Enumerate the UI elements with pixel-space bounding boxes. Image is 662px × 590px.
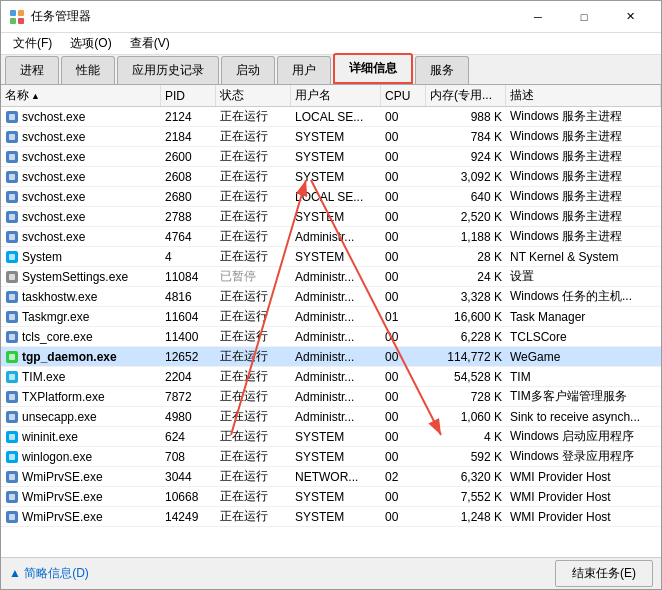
cell-cpu: 00 bbox=[381, 447, 426, 466]
cell-desc: TIM bbox=[506, 367, 661, 386]
cell-desc: WMI Provider Host bbox=[506, 487, 661, 506]
table-row[interactable]: tcls_core.exe 11400 正在运行 Administr... 00… bbox=[1, 327, 661, 347]
col-name[interactable]: 名称 ▲ bbox=[1, 85, 161, 106]
cell-name: WmiPrvSE.exe bbox=[1, 507, 161, 526]
cell-memory: 728 K bbox=[426, 387, 506, 406]
cell-cpu: 00 bbox=[381, 107, 426, 126]
table-row[interactable]: svchost.exe 2124 正在运行 LOCAL SE... 00 988… bbox=[1, 107, 661, 127]
col-status[interactable]: 状态 bbox=[216, 85, 291, 106]
cell-pid: 2680 bbox=[161, 187, 216, 206]
tab-users[interactable]: 用户 bbox=[277, 56, 331, 84]
svg-rect-29 bbox=[9, 354, 15, 360]
cell-user: NETWOR... bbox=[291, 467, 381, 486]
proc-icon bbox=[5, 110, 19, 124]
minimize-button[interactable]: ─ bbox=[515, 1, 561, 33]
table-row[interactable]: taskhostw.exe 4816 正在运行 Administr... 00 … bbox=[1, 287, 661, 307]
proc-icon bbox=[5, 190, 19, 204]
cell-desc: Windows 服务主进程 bbox=[506, 207, 661, 226]
maximize-button[interactable]: □ bbox=[561, 1, 607, 33]
svg-rect-0 bbox=[10, 10, 16, 16]
tab-startup[interactable]: 启动 bbox=[221, 56, 275, 84]
table-row[interactable]: svchost.exe 2600 正在运行 SYSTEM 00 924 K Wi… bbox=[1, 147, 661, 167]
tab-performance[interactable]: 性能 bbox=[61, 56, 115, 84]
cell-cpu: 00 bbox=[381, 207, 426, 226]
cell-cpu: 00 bbox=[381, 187, 426, 206]
tab-processes[interactable]: 进程 bbox=[5, 56, 59, 84]
table-row[interactable]: SystemSettings.exe 11084 已暂停 Administr..… bbox=[1, 267, 661, 287]
cell-user: Administr... bbox=[291, 267, 381, 286]
cell-name: taskhostw.exe bbox=[1, 287, 161, 306]
col-memory[interactable]: 内存(专用... bbox=[426, 85, 506, 106]
cell-cpu: 00 bbox=[381, 427, 426, 446]
svg-rect-19 bbox=[9, 254, 15, 260]
table-row[interactable]: tgp_daemon.exe 12652 正在运行 Administr... 0… bbox=[1, 347, 661, 367]
table-row[interactable]: Taskmgr.exe 11604 正在运行 Administr... 01 1… bbox=[1, 307, 661, 327]
tab-app-history[interactable]: 应用历史记录 bbox=[117, 56, 219, 84]
table-row[interactable]: svchost.exe 2788 正在运行 SYSTEM 00 2,520 K … bbox=[1, 207, 661, 227]
cell-name: System bbox=[1, 247, 161, 266]
table-row[interactable]: System 4 正在运行 SYSTEM 00 28 K NT Kernel &… bbox=[1, 247, 661, 267]
cell-memory: 114,772 K bbox=[426, 347, 506, 366]
cell-name: WmiPrvSE.exe bbox=[1, 487, 161, 506]
cell-memory: 924 K bbox=[426, 147, 506, 166]
col-desc[interactable]: 描述 bbox=[506, 85, 661, 106]
cell-name: svchost.exe bbox=[1, 127, 161, 146]
col-user[interactable]: 用户名 bbox=[291, 85, 381, 106]
tab-services[interactable]: 服务 bbox=[415, 56, 469, 84]
table-row[interactable]: svchost.exe 2680 正在运行 LOCAL SE... 00 640… bbox=[1, 187, 661, 207]
table-row[interactable]: wininit.exe 624 正在运行 SYSTEM 00 4 K Windo… bbox=[1, 427, 661, 447]
cell-name: TIM.exe bbox=[1, 367, 161, 386]
cell-name: unsecapp.exe bbox=[1, 407, 161, 426]
summary-link[interactable]: ▲ 简略信息(D) bbox=[9, 565, 89, 582]
cell-cpu: 00 bbox=[381, 147, 426, 166]
table-row[interactable]: winlogon.exe 708 正在运行 SYSTEM 00 592 K Wi… bbox=[1, 447, 661, 467]
cell-cpu: 00 bbox=[381, 367, 426, 386]
menu-file[interactable]: 文件(F) bbox=[5, 33, 60, 54]
proc-icon bbox=[5, 430, 19, 444]
svg-rect-1 bbox=[18, 10, 24, 16]
table-row[interactable]: svchost.exe 4764 正在运行 Administr... 00 1,… bbox=[1, 227, 661, 247]
cell-desc: TCLSCore bbox=[506, 327, 661, 346]
cell-cpu: 01 bbox=[381, 307, 426, 326]
cell-memory: 3,328 K bbox=[426, 287, 506, 306]
table-row[interactable]: svchost.exe 2184 正在运行 SYSTEM 00 784 K Wi… bbox=[1, 127, 661, 147]
table-row[interactable]: TXPlatform.exe 7872 正在运行 Administr... 00… bbox=[1, 387, 661, 407]
proc-icon bbox=[5, 350, 19, 364]
cell-status: 正在运行 bbox=[216, 347, 291, 366]
col-pid[interactable]: PID bbox=[161, 85, 216, 106]
sort-icon: ▲ bbox=[31, 91, 40, 101]
cell-status: 正在运行 bbox=[216, 407, 291, 426]
cell-pid: 4816 bbox=[161, 287, 216, 306]
end-task-button[interactable]: 结束任务(E) bbox=[555, 560, 653, 587]
cell-cpu: 00 bbox=[381, 387, 426, 406]
proc-icon bbox=[5, 510, 19, 524]
cell-desc: Windows 服务主进程 bbox=[506, 107, 661, 126]
menu-view[interactable]: 查看(V) bbox=[122, 33, 178, 54]
close-button[interactable]: ✕ bbox=[607, 1, 653, 33]
process-table[interactable]: svchost.exe 2124 正在运行 LOCAL SE... 00 988… bbox=[1, 107, 661, 557]
table-row[interactable]: WmiPrvSE.exe 10668 正在运行 SYSTEM 00 7,552 … bbox=[1, 487, 661, 507]
proc-icon bbox=[5, 310, 19, 324]
table-row[interactable]: TIM.exe 2204 正在运行 Administr... 00 54,528… bbox=[1, 367, 661, 387]
table-row[interactable]: WmiPrvSE.exe 14249 正在运行 SYSTEM 00 1,248 … bbox=[1, 507, 661, 527]
cell-cpu: 00 bbox=[381, 247, 426, 266]
proc-icon bbox=[5, 410, 19, 424]
svg-rect-39 bbox=[9, 454, 15, 460]
svg-rect-45 bbox=[9, 514, 15, 520]
table-row[interactable]: unsecapp.exe 4980 正在运行 Administr... 00 1… bbox=[1, 407, 661, 427]
table-row[interactable]: WmiPrvSE.exe 3044 正在运行 NETWOR... 02 6,32… bbox=[1, 467, 661, 487]
cell-pid: 4764 bbox=[161, 227, 216, 246]
cell-user: Administr... bbox=[291, 327, 381, 346]
tab-details[interactable]: 详细信息 bbox=[333, 53, 413, 84]
col-cpu[interactable]: CPU bbox=[381, 85, 426, 106]
cell-user: LOCAL SE... bbox=[291, 107, 381, 126]
cell-memory: 3,092 K bbox=[426, 167, 506, 186]
cell-pid: 708 bbox=[161, 447, 216, 466]
svg-rect-17 bbox=[9, 234, 15, 240]
menu-options[interactable]: 选项(O) bbox=[62, 33, 119, 54]
cell-desc: Windows 启动应用程序 bbox=[506, 427, 661, 446]
cell-memory: 640 K bbox=[426, 187, 506, 206]
table-row[interactable]: svchost.exe 2608 正在运行 SYSTEM 00 3,092 K … bbox=[1, 167, 661, 187]
svg-rect-43 bbox=[9, 494, 15, 500]
cell-memory: 2,520 K bbox=[426, 207, 506, 226]
